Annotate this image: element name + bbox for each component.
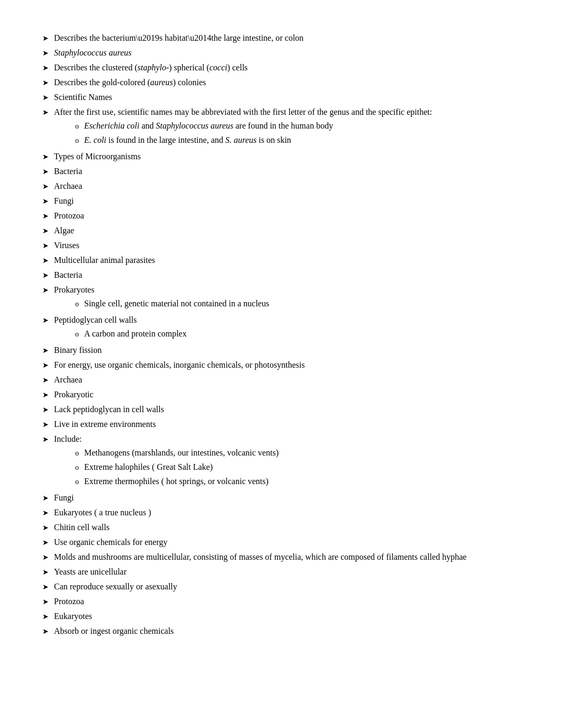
item-text: Staphylococcus aureus [54, 47, 519, 59]
arrow-icon: ➤ [42, 240, 49, 251]
list-item: ➤ Binary fission [42, 344, 519, 357]
list-item: ➤ Staphylococcus aureus [42, 47, 519, 59]
item-text: Scientific Names [54, 91, 519, 104]
arrow-icon: ➤ [42, 507, 49, 518]
arrow-icon: ➤ [42, 62, 49, 74]
arrow-icon: ➤ [42, 166, 49, 177]
item-text: For energy, use organic chemicals, inorg… [54, 359, 519, 371]
sub-list: o Methanogens (marshlands, our intestine… [54, 447, 519, 488]
main-content: ➤ Describes the bacterium\u2019s habitat… [42, 32, 519, 638]
circle-icon: o [75, 462, 79, 473]
arrow-icon: ➤ [42, 196, 49, 207]
sub-list-item: o A carbon and protein complex [54, 327, 519, 340]
list-item: ➤ Prokaryotes o Single cell, genetic mat… [42, 284, 519, 312]
list-item: ➤ Types of Microorganisms [42, 150, 519, 163]
item-text: Archaea [54, 180, 519, 193]
sub-list: o Single cell, genetic material not cont… [54, 297, 519, 310]
list-item: ➤ Yeasts are unicellular [42, 566, 519, 578]
sub-text: Extreme halophiles ( Great Salt Lake) [84, 461, 519, 474]
arrow-icon: ➤ [42, 360, 49, 371]
item-text: Peptidoglycan cell walls o A carbon and … [54, 314, 519, 342]
list-item: ➤ Eukaryotes [42, 610, 519, 623]
arrow-icon: ➤ [42, 404, 49, 415]
bullet-list: ➤ Describes the bacterium\u2019s habitat… [42, 32, 519, 638]
sub-text: A carbon and protein complex [84, 327, 519, 340]
list-item: ➤ Absorb or ingest organic chemicals [42, 625, 519, 638]
arrow-icon: ➤ [42, 107, 49, 118]
list-item: ➤ Protozoa [42, 210, 519, 222]
sub-text: Single cell, genetic material not contai… [84, 297, 519, 310]
arrow-icon: ➤ [42, 611, 49, 622]
item-text: Archaea [54, 374, 519, 386]
item-text: Eukaryotes [54, 610, 519, 623]
list-item: ➤ Lack peptidoglycan in cell walls [42, 403, 519, 416]
sub-list-item: o Methanogens (marshlands, our intestine… [54, 447, 519, 459]
item-text: After the first use, scientific names ma… [54, 106, 519, 148]
circle-icon: o [75, 448, 79, 459]
sub-text: Extreme thermophiles ( hot springs, or v… [84, 475, 519, 488]
item-text: Molds and mushrooms are multicellular, c… [54, 551, 519, 563]
list-item: ➤ Live in extreme environments [42, 418, 519, 431]
sub-text: E. coli is found in the large intestine,… [84, 134, 519, 147]
list-item: ➤ Bacteria [42, 165, 519, 178]
sub-list-item: o Escherichia coli and Staphylococcus au… [54, 120, 519, 132]
item-text: Eukaryotes ( a true nucleus ) [54, 506, 519, 519]
list-item: ➤ Chitin cell walls [42, 521, 519, 534]
sub-list-item: o E. coli is found in the large intestin… [54, 134, 519, 147]
item-text: Describes the bacterium\u2019s habitat\u… [54, 32, 519, 44]
sub-text: Methanogens (marshlands, our intestines,… [84, 447, 519, 459]
list-item: ➤ For energy, use organic chemicals, ino… [42, 359, 519, 371]
sub-list: o Escherichia coli and Staphylococcus au… [54, 120, 519, 147]
list-item: ➤ Archaea [42, 180, 519, 193]
arrow-icon: ➤ [42, 375, 49, 386]
item-text: Fungi [54, 195, 519, 207]
item-text: Protozoa [54, 210, 519, 222]
list-item: ➤ Scientific Names [42, 91, 519, 104]
item-text: Protozoa [54, 595, 519, 608]
circle-icon: o [75, 476, 79, 487]
list-item: ➤ Use organic chemicals for energy [42, 536, 519, 549]
item-text: Lack peptidoglycan in cell walls [54, 403, 519, 416]
list-item: ➤ Protozoa [42, 595, 519, 608]
sub-text: Escherichia coli and Staphylococcus aure… [84, 120, 519, 132]
circle-icon: o [75, 298, 79, 310]
arrow-icon: ➤ [42, 389, 49, 401]
item-text: Prokaryotes o Single cell, genetic mater… [54, 284, 519, 312]
item-text: Describes the clustered (staphylo-) sphe… [54, 61, 519, 74]
list-item: ➤ Include: o Methanogens (marshlands, ou… [42, 433, 519, 489]
sub-list-item: o Extreme halophiles ( Great Salt Lake) [54, 461, 519, 474]
arrow-icon: ➤ [42, 255, 49, 266]
item-text: Prokaryotic [54, 388, 519, 401]
list-item: ➤ Eukaryotes ( a true nucleus ) [42, 506, 519, 519]
circle-icon: o [75, 135, 79, 146]
sub-list-item: o Single cell, genetic material not cont… [54, 297, 519, 310]
arrow-icon: ➤ [42, 522, 49, 533]
list-item: ➤ Fungi [42, 195, 519, 207]
item-text: Binary fission [54, 344, 519, 357]
circle-icon: o [75, 121, 79, 132]
arrow-icon: ➤ [42, 626, 49, 637]
list-item: ➤ Describes the gold-colored (aureus) co… [42, 76, 519, 89]
arrow-icon: ➤ [42, 77, 49, 88]
item-text: Use organic chemicals for energy [54, 536, 519, 549]
item-text: Live in extreme environments [54, 418, 519, 431]
arrow-icon: ➤ [42, 270, 49, 281]
list-item: ➤ Peptidoglycan cell walls o A carbon an… [42, 314, 519, 342]
item-text: Multicellular animal parasites [54, 254, 519, 267]
item-text: Include: o Methanogens (marshlands, our … [54, 433, 519, 489]
arrow-icon: ➤ [42, 48, 49, 59]
list-item: ➤ Molds and mushrooms are multicellular,… [42, 551, 519, 563]
arrow-icon: ➤ [42, 567, 49, 578]
item-text: Yeasts are unicellular [54, 566, 519, 578]
item-text: Fungi [54, 492, 519, 504]
arrow-icon: ➤ [42, 537, 49, 548]
item-text: Absorb or ingest organic chemicals [54, 625, 519, 638]
arrow-icon: ➤ [42, 225, 49, 236]
arrow-icon: ➤ [42, 33, 49, 44]
arrow-icon: ➤ [42, 596, 49, 607]
arrow-icon: ➤ [42, 151, 49, 162]
arrow-icon: ➤ [42, 493, 49, 504]
arrow-icon: ➤ [42, 345, 49, 356]
arrow-icon: ➤ [42, 285, 49, 296]
item-text: Bacteria [54, 269, 519, 281]
